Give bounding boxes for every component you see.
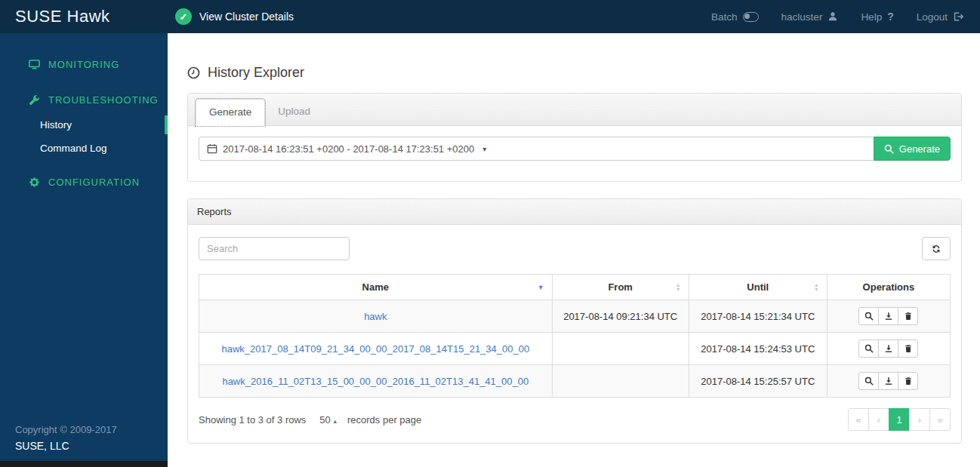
delete-icon <box>904 376 913 386</box>
sidebar-item-configuration[interactable]: CONFIGURATION <box>0 169 168 195</box>
tab-upload[interactable]: Upload <box>265 99 323 126</box>
top-bar: SUSE Hawk ✓ View Cluster Details Batch h… <box>0 0 980 33</box>
download-report-button[interactable] <box>878 339 898 358</box>
pagination-first-button[interactable]: « <box>848 408 869 431</box>
sidebar-bottom-strip <box>0 461 168 467</box>
user-menu-item[interactable]: hacluster <box>781 11 839 23</box>
reports-panel: Reports Name <box>187 198 962 444</box>
cluster-ok-check-icon: ✓ <box>175 8 192 25</box>
cluster-status-link[interactable]: ✓ View Cluster Details <box>175 8 294 25</box>
search-input[interactable] <box>199 237 350 260</box>
sidebar-item-command-log[interactable]: Command Log <box>0 137 168 160</box>
delete-report-button[interactable] <box>898 307 918 325</box>
delete-report-button[interactable] <box>898 372 918 390</box>
cluster-status-label: View Cluster Details <box>199 11 294 23</box>
column-header-until[interactable]: Until ▲▼ <box>689 275 827 300</box>
pagination-summary: Showing 1 to 3 of 3 rows <box>199 414 306 426</box>
sort-both-icon: ▲▼ <box>676 283 681 292</box>
generate-panel-body: 2017-08-14 16:23:51 +0200 - 2017-08-14 1… <box>188 126 961 181</box>
logout-icon <box>953 11 963 22</box>
sidebar-footer: Copyright © 2009-2017 SUSE, LLC <box>0 416 168 461</box>
generate-button[interactable]: Generate <box>874 137 951 161</box>
generate-panel: Generate Upload 2017-08-14 16:23:51 +020… <box>187 93 962 182</box>
date-range-value: 2017-08-14 16:23:51 +0200 - 2017-08-14 1… <box>223 143 474 155</box>
pagination-page-1-button[interactable]: 1 <box>889 408 910 431</box>
report-link[interactable]: hawk <box>364 311 387 322</box>
download-icon <box>884 376 893 386</box>
logout-menu-item[interactable]: Logout <box>917 11 963 23</box>
copyright-text: Copyright © 2009-2017 <box>15 424 153 435</box>
top-menu: Batch hacluster Help ? Logout <box>711 11 963 23</box>
column-operations-label: Operations <box>863 281 915 293</box>
view-report-button[interactable] <box>858 339 879 358</box>
report-until: 2017-08-14 15:21:34 UTC <box>689 300 827 333</box>
calendar-icon <box>207 143 217 154</box>
column-header-name[interactable]: Name ▼ <box>199 275 553 300</box>
sidebar-item-history[interactable]: History <box>0 113 168 137</box>
delete-icon <box>904 312 913 321</box>
generate-panel-tabs: Generate Upload <box>188 94 961 126</box>
report-link[interactable]: hawk_2016_11_02T13_15_00_00_00_2016_11_0… <box>222 376 529 387</box>
table-row: hawk_2016_11_02T13_15_00_00_00_2016_11_0… <box>199 365 951 398</box>
report-from <box>552 365 689 398</box>
company-text: SUSE, LLC <box>15 440 153 452</box>
pagination-prev-button[interactable]: ‹ <box>868 408 889 431</box>
sidebar-troubleshooting-label: TROUBLESHOOTING <box>48 94 159 106</box>
delete-icon <box>904 344 913 353</box>
question-icon: ? <box>887 11 894 23</box>
batch-label: Batch <box>711 11 738 23</box>
reports-panel-header: Reports <box>188 199 961 225</box>
sidebar-command-log-label: Command Log <box>40 143 107 154</box>
user-icon <box>827 11 838 22</box>
pagination-last-button[interactable]: » <box>929 408 951 431</box>
batch-menu-item[interactable]: Batch <box>711 11 759 23</box>
sidebar-configuration-label: CONFIGURATION <box>48 177 140 188</box>
report-link[interactable]: hawk_2017_08_14T09_21_34_00_00_2017_08_1… <box>221 343 529 355</box>
page-title: History Explorer <box>187 65 962 81</box>
sidebar-history-label: History <box>40 119 72 131</box>
delete-report-button[interactable] <box>898 339 918 358</box>
sidebar-item-monitoring[interactable]: MONITORING <box>0 51 168 78</box>
logout-label: Logout <box>917 11 948 23</box>
download-report-button[interactable] <box>878 307 898 325</box>
table-header-row: Name ▼ From ▲▼ Until ▲▼ <box>199 275 951 300</box>
page-title-text: History Explorer <box>208 65 304 81</box>
gear-icon <box>29 177 40 188</box>
refresh-button[interactable] <box>922 237 951 260</box>
chevron-down-icon: ▾ <box>482 145 486 153</box>
sidebar-item-troubleshooting[interactable]: TROUBLESHOOTING <box>0 87 168 113</box>
monitor-icon <box>29 59 40 70</box>
pagination: « ‹ 1 › » <box>848 408 951 431</box>
sidebar-nav: MONITORING TROUBLESHOOTING History Comma… <box>0 33 168 195</box>
column-header-from[interactable]: From ▲▼ <box>552 275 689 300</box>
reports-table: Name ▼ From ▲▼ Until ▲▼ <box>199 274 951 398</box>
download-icon <box>884 312 893 321</box>
tab-upload-label: Upload <box>278 106 310 117</box>
reports-toolbar <box>199 237 951 260</box>
table-footer: Showing 1 to 3 of 3 rows 50 ▴ records pe… <box>199 408 951 431</box>
table-row: hawk_2017_08_14T09_21_34_00_00_2017_08_1… <box>199 333 951 365</box>
help-menu-item[interactable]: Help ? <box>861 11 893 23</box>
download-report-button[interactable] <box>878 372 898 390</box>
chevron-up-icon: ▴ <box>333 417 337 425</box>
table-row: hawk 2017-08-14 09:21:34 UTC 2017-08-14 … <box>199 300 951 333</box>
column-from-label: From <box>608 281 633 293</box>
sort-desc-icon: ▼ <box>538 284 544 291</box>
pagination-next-button[interactable]: › <box>909 408 930 431</box>
app-window: SUSE Hawk ✓ View Cluster Details Batch h… <box>0 0 980 467</box>
page-size-dropdown[interactable]: 50 ▴ <box>319 414 337 426</box>
column-name-label: Name <box>362 281 389 293</box>
page-size-value: 50 <box>319 414 330 426</box>
column-header-operations: Operations <box>827 275 950 300</box>
view-report-button[interactable] <box>858 307 879 325</box>
tab-generate-label: Generate <box>209 106 251 118</box>
help-label: Help <box>861 11 882 23</box>
download-icon <box>884 344 893 353</box>
report-until: 2017-08-14 15:24:53 UTC <box>689 333 827 365</box>
view-report-button[interactable] <box>858 372 879 390</box>
brand-logo[interactable]: SUSE Hawk <box>0 7 168 26</box>
wrench-icon <box>29 94 40 106</box>
tab-generate[interactable]: Generate <box>196 99 265 126</box>
date-range-input[interactable]: 2017-08-14 16:23:51 +0200 - 2017-08-14 1… <box>199 137 874 161</box>
report-from: 2017-08-14 09:21:34 UTC <box>552 300 689 333</box>
